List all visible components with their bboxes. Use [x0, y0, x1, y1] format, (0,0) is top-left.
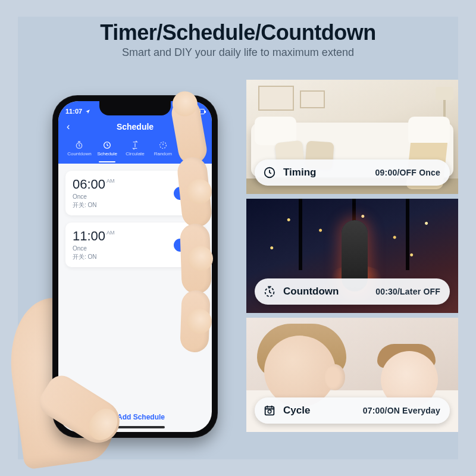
hand-holding-phone: 11:07 — [13, 95, 239, 464]
tab-random[interactable]: Random — [149, 139, 177, 156]
feature-label: Timing — [283, 167, 316, 178]
feature-label: Countdown — [283, 286, 339, 298]
back-button[interactable]: ‹ — [67, 121, 70, 132]
feature-tile-cycle: Cycle 07:00/ON Everyday — [246, 318, 458, 432]
schedule-time: 06:00 — [73, 177, 105, 192]
random-tab-icon — [149, 139, 177, 151]
circulate-tab-icon — [121, 139, 149, 151]
page-subtitle: Smart and DIY your daily life to maximum… — [18, 46, 458, 59]
location-arrow-icon — [85, 109, 90, 114]
countdown-icon — [262, 284, 277, 299]
schedule-ampm: AM — [107, 178, 115, 184]
schedule-state: 开关: ON — [73, 201, 174, 209]
schedule-repeat: Once — [73, 245, 174, 252]
schedule-repeat: Once — [73, 193, 174, 200]
schedule-ampm: AM — [107, 230, 115, 236]
calendar-cycle-icon — [262, 403, 277, 418]
page-title: Timer/Schedule/Countdown — [18, 20, 458, 45]
tab-schedule[interactable]: Schedule — [93, 139, 121, 156]
tab-countdown[interactable]: Countdown — [65, 139, 93, 156]
feature-pill: Timing 09:00/OFF Once — [255, 159, 450, 186]
feature-tile-timing: Timing 09:00/OFF Once — [246, 80, 458, 194]
feature-value: 00:30/Later OFF — [375, 287, 440, 296]
phone-notch — [99, 101, 171, 115]
status-time: 11:07 — [65, 108, 82, 115]
feature-label: Cycle — [283, 405, 310, 416]
feature-value: 09:00/OFF Once — [375, 168, 440, 177]
schedule-tab-icon — [93, 139, 121, 151]
screen-title: Schedule — [117, 122, 154, 131]
schedule-time: 11:00 — [73, 228, 105, 243]
schedule-state: 开关: ON — [73, 253, 174, 261]
feature-tile-countdown: Countdown 00:30/Later OFF — [246, 199, 458, 313]
countdown-tab-icon — [65, 139, 93, 151]
feature-pill: Countdown 00:30/Later OFF — [255, 278, 450, 305]
feature-value: 07:00/ON Everyday — [363, 406, 440, 415]
feature-pill: Cycle 07:00/ON Everyday — [255, 397, 450, 424]
clock-icon — [262, 165, 277, 180]
tab-circulate[interactable]: Circulate — [121, 139, 149, 156]
